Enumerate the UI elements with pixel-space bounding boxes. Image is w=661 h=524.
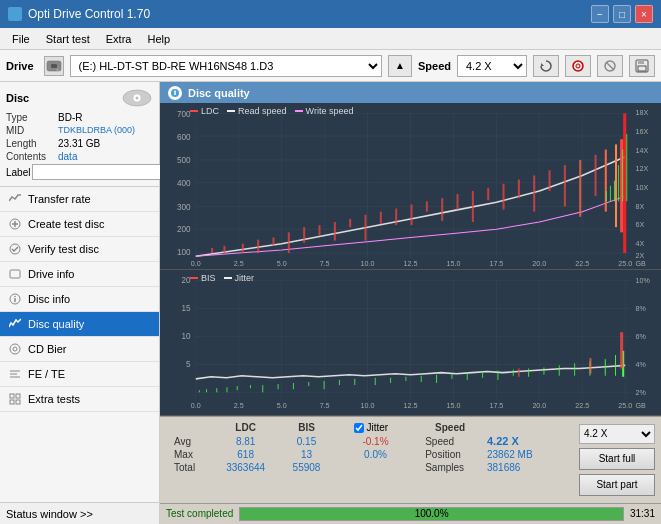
svg-rect-1 <box>51 64 57 68</box>
length-value: 23.31 GB <box>58 138 100 149</box>
svg-text:20.0: 20.0 <box>532 260 546 269</box>
start-full-button[interactable]: Start full <box>579 448 655 470</box>
progress-bar: 100.0% <box>239 507 624 521</box>
svg-rect-83 <box>242 244 244 253</box>
svg-text:10.0: 10.0 <box>361 260 375 269</box>
svg-text:16X: 16X <box>635 127 648 136</box>
svg-rect-169 <box>390 378 391 383</box>
svg-text:2%: 2% <box>635 388 646 397</box>
svg-rect-98 <box>472 191 474 222</box>
svg-text:GB: GB <box>635 401 646 410</box>
svg-rect-97 <box>457 194 459 210</box>
length-label: Length <box>6 138 58 149</box>
eject-button[interactable]: ▲ <box>388 55 412 77</box>
maximize-button[interactable]: □ <box>613 5 631 23</box>
read-speed-legend-label: Read speed <box>238 106 287 116</box>
fe-te-icon <box>8 367 22 381</box>
jitter-checkbox[interactable] <box>354 423 364 433</box>
menu-extra[interactable]: Extra <box>98 31 140 47</box>
svg-text:200: 200 <box>177 226 191 235</box>
save-button[interactable] <box>629 55 655 77</box>
sidebar-item-drive-info[interactable]: Drive info <box>0 262 159 287</box>
dq-icon <box>168 86 182 100</box>
refresh-button[interactable] <box>533 55 559 77</box>
speed-select[interactable]: 4.2 X <box>457 55 527 77</box>
bis-legend-dot <box>190 277 198 279</box>
status-text: Test completed <box>166 508 233 519</box>
svg-rect-161 <box>262 385 263 392</box>
svg-text:10X: 10X <box>635 183 648 192</box>
speed-label-cell: Speed <box>421 434 479 448</box>
ldc-chart-svg: 700 600 500 400 300 200 100 18X 16X 14X … <box>160 103 661 269</box>
nav-cd-bier-label: CD Bier <box>28 343 67 355</box>
menu-start-test[interactable]: Start test <box>38 31 98 47</box>
svg-point-4 <box>573 61 583 71</box>
label-input[interactable] <box>32 164 165 180</box>
bis-chart-svg: 20 15 10 5 10% 8% 6% 4% 2% 0.0 2.5 5.0 7… <box>160 270 661 415</box>
bis-avg-value: 0.15 <box>280 434 334 448</box>
ldc-chart: LDC Read speed Write speed <box>160 103 661 270</box>
svg-rect-157 <box>216 388 217 392</box>
svg-text:10.0: 10.0 <box>361 401 375 410</box>
read-speed-legend-dot <box>227 110 235 112</box>
bis-col-header: BIS <box>280 421 334 434</box>
disc-burn-icon[interactable] <box>565 55 591 77</box>
svg-rect-155 <box>199 390 200 392</box>
max-label: Max <box>166 448 212 461</box>
svg-text:5.0: 5.0 <box>277 401 287 410</box>
close-button[interactable]: × <box>635 5 653 23</box>
svg-text:8X: 8X <box>635 202 644 211</box>
sidebar-item-fe-te[interactable]: FE / TE <box>0 362 159 387</box>
ldc-avg-value: 8.81 <box>212 434 280 448</box>
sidebar-item-transfer-rate[interactable]: Transfer rate <box>0 187 159 212</box>
svg-rect-110 <box>623 114 626 254</box>
menu-bar: File Start test Extra Help <box>0 28 661 50</box>
svg-text:GB: GB <box>635 260 646 269</box>
elapsed-time: 31:31 <box>630 508 655 519</box>
nav-create-test-disc-label: Create test disc <box>28 218 104 230</box>
minimize-button[interactable]: − <box>591 5 609 23</box>
sidebar-item-disc-info[interactable]: Disc info <box>0 287 159 312</box>
disc-panel: Disc Type BD-R MID TDKBLDRBA (000) Lengt… <box>0 82 159 187</box>
start-part-button[interactable]: Start part <box>579 474 655 496</box>
svg-text:100: 100 <box>177 248 191 257</box>
svg-text:22.5: 22.5 <box>575 260 589 269</box>
svg-text:18X: 18X <box>635 109 648 118</box>
samples-label-cell: Samples <box>421 461 479 474</box>
avg-label: Avg <box>166 434 212 448</box>
status-window-button[interactable]: Status window >> <box>0 502 159 524</box>
svg-rect-105 <box>579 160 581 217</box>
svg-rect-188 <box>620 332 623 368</box>
speed-action-select[interactable]: 4.2 X <box>579 424 655 444</box>
svg-rect-18 <box>10 270 20 278</box>
svg-text:4%: 4% <box>635 360 646 369</box>
svg-rect-156 <box>206 389 207 392</box>
svg-rect-178 <box>528 368 529 376</box>
svg-rect-82 <box>223 246 225 253</box>
sidebar-item-extra-tests[interactable]: Extra tests <box>0 387 159 412</box>
drive-select[interactable]: (E:) HL-DT-ST BD-RE WH16NS48 1.D3 <box>70 55 382 77</box>
position-value-cell: 23862 MB <box>479 448 555 461</box>
sidebar-item-verify-test-disc[interactable]: Verify test disc <box>0 237 159 262</box>
sidebar-item-disc-quality[interactable]: Disc quality <box>0 312 159 337</box>
write-speed-legend-dot <box>295 110 303 112</box>
svg-text:300: 300 <box>177 203 191 212</box>
menu-help[interactable]: Help <box>139 31 178 47</box>
sidebar-item-create-test-disc[interactable]: Create test disc <box>0 212 159 237</box>
svg-text:14X: 14X <box>635 146 648 155</box>
svg-rect-187 <box>589 358 591 374</box>
menu-file[interactable]: File <box>4 31 38 47</box>
svg-rect-186 <box>518 368 520 376</box>
svg-rect-27 <box>10 394 14 398</box>
svg-rect-115 <box>622 150 623 202</box>
svg-text:25.0: 25.0 <box>618 260 632 269</box>
sidebar-item-cd-bier[interactable]: CD Bier <box>0 337 159 362</box>
ldc-col-header: LDC <box>212 421 280 434</box>
svg-rect-173 <box>451 374 452 379</box>
svg-text:12.5: 12.5 <box>404 260 418 269</box>
disc-erase-icon[interactable] <box>597 55 623 77</box>
ldc-legend-dot <box>190 110 198 112</box>
svg-rect-112 <box>610 186 611 202</box>
main-content: Disc quality LDC Read speed Wr <box>160 82 661 524</box>
write-speed-legend-label: Write speed <box>306 106 354 116</box>
